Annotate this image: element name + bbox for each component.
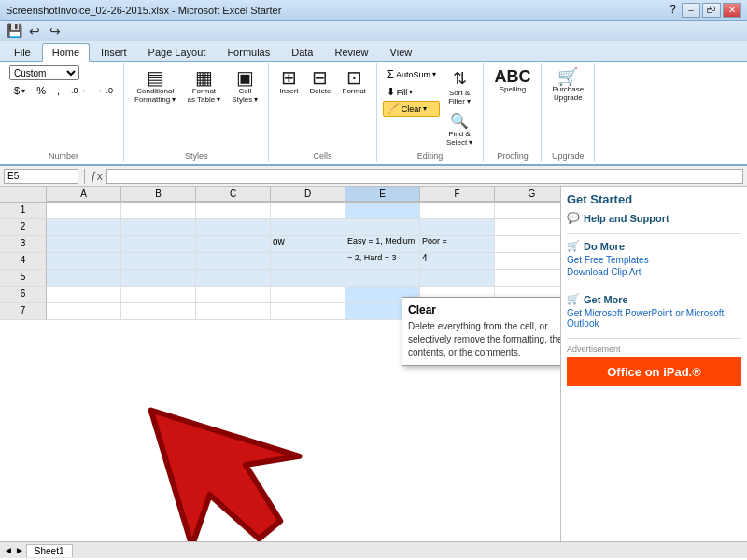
row-header-3[interactable]: 3 xyxy=(0,236,47,253)
row-header-4[interactable]: 4 xyxy=(0,253,47,270)
cell-g2[interactable] xyxy=(495,219,560,236)
clear-button[interactable]: 🧹 Clear ▾ xyxy=(383,101,440,117)
close-button[interactable]: ✕ xyxy=(723,3,741,18)
decrease-decimal-button[interactable]: ←.0 xyxy=(92,83,118,98)
currency-button[interactable]: $ ▾ xyxy=(9,82,30,99)
col-header-d[interactable]: D xyxy=(271,187,345,202)
cell-b7[interactable] xyxy=(121,303,196,320)
insert-button[interactable]: ⊞ Insert xyxy=(275,65,303,98)
purchase-upgrade-button[interactable]: 🛒 PurchaseUpgrade xyxy=(547,65,588,105)
cell-c7[interactable] xyxy=(196,303,271,320)
restore-button[interactable]: 🗗 xyxy=(702,3,721,18)
prev-sheet-button[interactable]: ◄ xyxy=(4,545,13,555)
col-header-c[interactable]: C xyxy=(196,187,271,202)
tab-view[interactable]: View xyxy=(380,43,423,61)
row-header-5[interactable]: 5 xyxy=(0,270,47,287)
conditional-formatting-button[interactable]: ▤ ConditionalFormatting ▾ xyxy=(130,65,180,106)
format-as-table-label: Formatas Table ▾ xyxy=(187,87,220,104)
cell-c6[interactable] xyxy=(196,287,271,303)
fill-button[interactable]: ⬇ Fill ▾ xyxy=(383,84,440,100)
increase-decimal-button[interactable]: .0→ xyxy=(66,83,92,98)
clip-art-link[interactable]: Download Clip Art xyxy=(567,267,741,277)
row-header-2[interactable]: 2 xyxy=(0,219,47,236)
cell-d5[interactable] xyxy=(271,270,345,287)
col-header-f[interactable]: F xyxy=(420,187,495,202)
cell-e2[interactable] xyxy=(345,219,420,236)
row-header-6[interactable]: 6 xyxy=(0,287,47,303)
tab-page-layout[interactable]: Page Layout xyxy=(138,43,217,61)
name-box[interactable] xyxy=(4,169,78,184)
cell-c4[interactable] xyxy=(196,253,271,270)
cell-a6[interactable] xyxy=(47,287,121,303)
cell-f5[interactable] xyxy=(420,270,495,287)
tab-formulas[interactable]: Formulas xyxy=(217,43,280,61)
percent-button[interactable]: % xyxy=(32,82,50,99)
cell-e1[interactable] xyxy=(345,203,420,219)
cell-b2[interactable] xyxy=(121,219,196,236)
tab-home[interactable]: Home xyxy=(42,43,90,62)
col-header-g[interactable]: G xyxy=(495,187,560,202)
comma-button[interactable]: , xyxy=(52,82,64,99)
number-format-select[interactable]: Custom General Number xyxy=(9,65,79,80)
cell-a4[interactable] xyxy=(47,253,121,270)
cell-a1[interactable] xyxy=(47,203,121,219)
col-header-a[interactable]: A xyxy=(47,187,121,202)
formula-input[interactable] xyxy=(106,169,743,184)
col-header-b[interactable]: B xyxy=(121,187,196,202)
cell-a2[interactable] xyxy=(47,219,121,236)
cell-b6[interactable] xyxy=(121,287,196,303)
cell-a7[interactable] xyxy=(47,303,121,320)
tab-insert[interactable]: Insert xyxy=(91,43,137,61)
free-templates-link[interactable]: Get Free Templates xyxy=(567,255,741,265)
format-as-table-button[interactable]: ▦ Formatas Table ▾ xyxy=(182,65,225,106)
sheet-tab-1[interactable]: Sheet1 xyxy=(26,544,73,557)
cell-d4[interactable] xyxy=(271,253,345,270)
cell-g1[interactable] xyxy=(495,203,560,219)
undo-icon[interactable]: ↩ xyxy=(26,22,43,39)
cell-d1[interactable] xyxy=(271,203,345,219)
autosum-button[interactable]: Σ AutoSum ▾ xyxy=(383,65,440,83)
cell-c5[interactable] xyxy=(196,270,271,287)
cell-g3[interactable] xyxy=(495,236,560,253)
cell-f2[interactable] xyxy=(420,219,495,236)
cell-c1[interactable] xyxy=(196,203,271,219)
cell-d3[interactable]: ow xyxy=(271,236,345,253)
cell-b5[interactable] xyxy=(121,270,196,287)
cell-e5[interactable] xyxy=(345,270,420,287)
cell-f3[interactable]: Poor = xyxy=(420,236,495,253)
next-sheet-button[interactable]: ► xyxy=(15,545,24,555)
sort-filter-button[interactable]: ⇅ Sort &Filter ▾ xyxy=(442,65,477,108)
cell-a3[interactable] xyxy=(47,236,121,253)
cell-g4[interactable] xyxy=(495,253,560,270)
cell-c2[interactable] xyxy=(196,219,271,236)
cell-f1[interactable] xyxy=(420,203,495,219)
ad-banner[interactable]: Office on iPad.® xyxy=(567,357,741,386)
cell-d6[interactable] xyxy=(271,287,345,303)
cell-e3[interactable]: Easy = 1, Medium xyxy=(345,236,420,253)
cell-c3[interactable] xyxy=(196,236,271,253)
cell-e4[interactable]: = 2, Hard = 3 xyxy=(345,253,420,270)
delete-button[interactable]: ⊟ Delete xyxy=(304,65,335,98)
cell-f4[interactable]: 4 xyxy=(420,253,495,270)
tab-data[interactable]: Data xyxy=(281,43,323,61)
spelling-button[interactable]: ABC Spelling xyxy=(489,65,535,96)
cell-b1[interactable] xyxy=(121,203,196,219)
row-header-7[interactable]: 7 xyxy=(0,303,47,320)
cell-b3[interactable] xyxy=(121,236,196,253)
cell-g5[interactable] xyxy=(495,270,560,287)
col-header-e[interactable]: E xyxy=(345,187,420,202)
row-header-1[interactable]: 1 xyxy=(0,203,47,219)
help-icon[interactable]: ? xyxy=(669,3,676,18)
cell-styles-button[interactable]: ▣ CellStyles ▾ xyxy=(227,65,262,106)
tab-file[interactable]: File xyxy=(4,43,41,61)
find-select-button[interactable]: 🔍 Find &Select ▾ xyxy=(442,109,477,149)
tab-review[interactable]: Review xyxy=(324,43,378,61)
format-button[interactable]: ⊡ Format xyxy=(338,65,371,98)
save-icon[interactable]: 💾 xyxy=(6,22,22,39)
cell-b4[interactable] xyxy=(121,253,196,270)
minimize-button[interactable]: – xyxy=(682,3,700,18)
cell-d2[interactable] xyxy=(271,219,345,236)
cell-a5[interactable] xyxy=(47,270,121,287)
redo-icon[interactable]: ↪ xyxy=(47,22,63,39)
cell-d7[interactable] xyxy=(271,303,345,320)
